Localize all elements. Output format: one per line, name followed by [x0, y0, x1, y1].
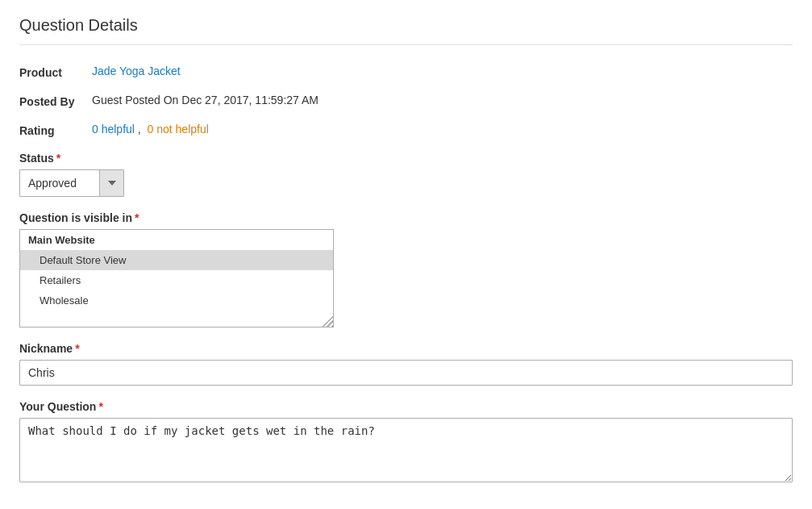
product-link[interactable]: Jade Yoga Jacket	[92, 65, 181, 77]
visibility-list: Main Website Default Store View Retailer…	[20, 230, 333, 327]
not-helpful-count: 0 not helpful	[148, 123, 209, 136]
page-title: Question Details	[19, 16, 793, 45]
visibility-field: Question is visible in* Main Website Def…	[19, 211, 793, 328]
posted-by-row: Posted By Guest Posted On Dec 27, 2017, …	[19, 94, 793, 108]
multiselect-resize-handle[interactable]	[322, 315, 333, 327]
nickname-label: Nickname*	[19, 342, 793, 355]
nickname-required: *	[75, 342, 79, 355]
visibility-item-wholesale[interactable]: Wholesale	[20, 290, 333, 311]
product-row: Product Jade Yoga Jacket	[19, 65, 793, 79]
visibility-multiselect[interactable]: Main Website Default Store View Retailer…	[19, 229, 334, 328]
product-label: Product	[19, 65, 92, 79]
helpful-count: 0 helpful	[92, 123, 138, 136]
nickname-field: Nickname*	[19, 342, 793, 386]
status-select-wrapper[interactable]: Approved	[19, 169, 124, 197]
status-dropdown-button[interactable]	[99, 170, 123, 196]
nickname-input[interactable]	[19, 360, 793, 386]
visibility-group-header: Main Website	[20, 230, 333, 250]
visibility-required: *	[135, 211, 139, 224]
status-label: Status*	[19, 152, 793, 165]
rating-row: Rating 0 helpful , 0 not helpful	[19, 123, 793, 137]
visibility-label: Question is visible in*	[19, 211, 793, 224]
rating-value: 0 helpful , 0 not helpful	[92, 123, 209, 136]
posted-by-label: Posted By	[19, 94, 92, 108]
visibility-item-default-store-view[interactable]: Default Store View	[20, 250, 333, 270]
chevron-down-icon	[108, 181, 116, 186]
rating-label: Rating	[19, 123, 92, 137]
status-field: Status* Approved	[19, 152, 793, 197]
status-required: *	[56, 152, 60, 165]
question-textarea[interactable]	[19, 418, 793, 482]
posted-by-value: Guest Posted On Dec 27, 2017, 11:59:27 A…	[92, 94, 319, 106]
status-select-value: Approved	[20, 173, 99, 194]
visibility-item-retailers[interactable]: Retailers	[20, 270, 333, 290]
question-required: *	[98, 400, 102, 413]
question-field: Your Question*	[19, 400, 793, 485]
question-label: Your Question*	[19, 400, 793, 413]
